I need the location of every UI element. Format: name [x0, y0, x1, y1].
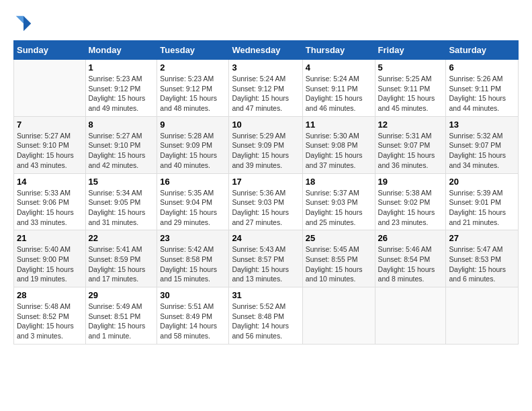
- day-number: 21: [17, 233, 83, 243]
- day-info: Sunrise: 5:46 AM Sunset: 8:54 PM Dayligh…: [378, 244, 443, 284]
- calendar-cell: 26Sunrise: 5:46 AM Sunset: 8:54 PM Dayli…: [375, 230, 446, 287]
- calendar-cell: 10Sunrise: 5:29 AM Sunset: 9:09 PM Dayli…: [229, 116, 302, 173]
- day-number: 19: [378, 177, 443, 187]
- day-number: 20: [449, 177, 515, 187]
- day-info: Sunrise: 5:52 AM Sunset: 8:48 PM Dayligh…: [232, 302, 299, 341]
- svg-marker-0: [24, 16, 31, 32]
- day-info: Sunrise: 5:27 AM Sunset: 9:10 PM Dayligh…: [17, 131, 83, 171]
- calendar-cell: 27Sunrise: 5:47 AM Sunset: 8:53 PM Dayli…: [446, 230, 519, 287]
- page-header: [13, 13, 519, 34]
- day-info: Sunrise: 5:38 AM Sunset: 9:02 PM Dayligh…: [378, 188, 443, 228]
- calendar-cell: [446, 287, 519, 345]
- calendar-cell: 9Sunrise: 5:28 AM Sunset: 9:09 PM Daylig…: [157, 116, 229, 173]
- column-header-monday: Monday: [85, 41, 157, 60]
- header-row: SundayMondayTuesdayWednesdayThursdayFrid…: [14, 41, 519, 60]
- day-info: Sunrise: 5:28 AM Sunset: 9:09 PM Dayligh…: [160, 131, 226, 171]
- calendar-cell: 25Sunrise: 5:45 AM Sunset: 8:55 PM Dayli…: [302, 230, 375, 287]
- calendar-cell: 13Sunrise: 5:32 AM Sunset: 9:07 PM Dayli…: [446, 116, 519, 173]
- day-info: Sunrise: 5:35 AM Sunset: 9:04 PM Dayligh…: [160, 188, 226, 228]
- day-number: 6: [449, 62, 515, 73]
- day-number: 11: [306, 120, 372, 130]
- day-info: Sunrise: 5:49 AM Sunset: 8:51 PM Dayligh…: [89, 302, 154, 341]
- calendar-cell: 20Sunrise: 5:39 AM Sunset: 9:01 PM Dayli…: [446, 173, 519, 230]
- calendar-cell: [375, 287, 446, 345]
- calendar-cell: 24Sunrise: 5:43 AM Sunset: 8:57 PM Dayli…: [229, 230, 302, 287]
- calendar-cell: 3Sunrise: 5:24 AM Sunset: 9:12 PM Daylig…: [229, 60, 302, 117]
- calendar-cell: 18Sunrise: 5:37 AM Sunset: 9:03 PM Dayli…: [302, 173, 375, 230]
- day-info: Sunrise: 5:29 AM Sunset: 9:09 PM Dayligh…: [232, 131, 299, 171]
- calendar-cell: 5Sunrise: 5:25 AM Sunset: 9:11 PM Daylig…: [375, 60, 446, 117]
- day-info: Sunrise: 5:40 AM Sunset: 9:00 PM Dayligh…: [17, 244, 83, 284]
- day-info: Sunrise: 5:36 AM Sunset: 9:03 PM Dayligh…: [232, 188, 299, 228]
- logo-icon: [13, 13, 34, 34]
- day-number: 8: [89, 120, 154, 130]
- calendar-cell: 22Sunrise: 5:41 AM Sunset: 8:59 PM Dayli…: [85, 230, 157, 287]
- day-number: 26: [378, 233, 443, 243]
- calendar-cell: 17Sunrise: 5:36 AM Sunset: 9:03 PM Dayli…: [229, 173, 302, 230]
- day-info: Sunrise: 5:27 AM Sunset: 9:10 PM Dayligh…: [89, 131, 154, 171]
- calendar-cell: 11Sunrise: 5:30 AM Sunset: 9:08 PM Dayli…: [302, 116, 375, 173]
- day-info: Sunrise: 5:47 AM Sunset: 8:53 PM Dayligh…: [449, 244, 515, 284]
- day-info: Sunrise: 5:42 AM Sunset: 8:58 PM Dayligh…: [160, 244, 226, 284]
- day-info: Sunrise: 5:24 AM Sunset: 9:11 PM Dayligh…: [306, 74, 372, 113]
- calendar-cell: 4Sunrise: 5:24 AM Sunset: 9:11 PM Daylig…: [302, 60, 375, 117]
- day-number: 5: [378, 62, 443, 73]
- calendar-cell: [302, 287, 375, 345]
- day-number: 12: [378, 120, 443, 130]
- day-info: Sunrise: 5:51 AM Sunset: 8:49 PM Dayligh…: [160, 302, 226, 341]
- day-info: Sunrise: 5:48 AM Sunset: 8:52 PM Dayligh…: [17, 302, 83, 341]
- day-number: 30: [160, 290, 226, 300]
- week-row-5: 28Sunrise: 5:48 AM Sunset: 8:52 PM Dayli…: [14, 287, 519, 345]
- day-info: Sunrise: 5:43 AM Sunset: 8:57 PM Dayligh…: [232, 244, 299, 284]
- calendar-cell: 23Sunrise: 5:42 AM Sunset: 8:58 PM Dayli…: [157, 230, 229, 287]
- column-header-wednesday: Wednesday: [229, 41, 302, 60]
- day-number: 18: [306, 177, 372, 187]
- column-header-thursday: Thursday: [302, 41, 375, 60]
- week-row-3: 14Sunrise: 5:33 AM Sunset: 9:06 PM Dayli…: [14, 173, 519, 230]
- day-number: 1: [89, 62, 154, 73]
- calendar-cell: 30Sunrise: 5:51 AM Sunset: 8:49 PM Dayli…: [157, 287, 229, 345]
- calendar-cell: 14Sunrise: 5:33 AM Sunset: 9:06 PM Dayli…: [14, 173, 86, 230]
- day-number: 14: [17, 177, 83, 187]
- calendar-cell: 19Sunrise: 5:38 AM Sunset: 9:02 PM Dayli…: [375, 173, 446, 230]
- day-number: 16: [160, 177, 226, 187]
- week-row-4: 21Sunrise: 5:40 AM Sunset: 9:00 PM Dayli…: [14, 230, 519, 287]
- calendar-body: 1Sunrise: 5:23 AM Sunset: 9:12 PM Daylig…: [14, 60, 519, 345]
- day-number: 25: [306, 233, 372, 243]
- calendar-table: SundayMondayTuesdayWednesdayThursdayFrid…: [13, 40, 519, 345]
- calendar-cell: 16Sunrise: 5:35 AM Sunset: 9:04 PM Dayli…: [157, 173, 229, 230]
- calendar-cell: 29Sunrise: 5:49 AM Sunset: 8:51 PM Dayli…: [85, 287, 157, 345]
- svg-marker-1: [16, 16, 24, 24]
- day-number: 29: [89, 290, 154, 300]
- day-info: Sunrise: 5:30 AM Sunset: 9:08 PM Dayligh…: [306, 131, 372, 171]
- calendar-cell: 2Sunrise: 5:23 AM Sunset: 9:12 PM Daylig…: [157, 60, 229, 117]
- column-header-saturday: Saturday: [446, 41, 519, 60]
- calendar-cell: 8Sunrise: 5:27 AM Sunset: 9:10 PM Daylig…: [85, 116, 157, 173]
- week-row-2: 7Sunrise: 5:27 AM Sunset: 9:10 PM Daylig…: [14, 116, 519, 173]
- day-number: 31: [232, 290, 299, 300]
- day-info: Sunrise: 5:32 AM Sunset: 9:07 PM Dayligh…: [449, 131, 515, 171]
- day-number: 27: [449, 233, 515, 243]
- calendar-cell: 1Sunrise: 5:23 AM Sunset: 9:12 PM Daylig…: [85, 60, 157, 117]
- calendar-cell: 15Sunrise: 5:34 AM Sunset: 9:05 PM Dayli…: [85, 173, 157, 230]
- day-info: Sunrise: 5:23 AM Sunset: 9:12 PM Dayligh…: [89, 74, 154, 113]
- calendar-cell: 31Sunrise: 5:52 AM Sunset: 8:48 PM Dayli…: [229, 287, 302, 345]
- day-number: 13: [449, 120, 515, 130]
- day-info: Sunrise: 5:34 AM Sunset: 9:05 PM Dayligh…: [89, 188, 154, 228]
- day-number: 2: [160, 62, 226, 73]
- day-number: 23: [160, 233, 226, 243]
- day-number: 9: [160, 120, 226, 130]
- day-info: Sunrise: 5:37 AM Sunset: 9:03 PM Dayligh…: [306, 188, 372, 228]
- day-info: Sunrise: 5:33 AM Sunset: 9:06 PM Dayligh…: [17, 188, 83, 228]
- week-row-1: 1Sunrise: 5:23 AM Sunset: 9:12 PM Daylig…: [14, 60, 519, 117]
- calendar-cell: 21Sunrise: 5:40 AM Sunset: 9:00 PM Dayli…: [14, 230, 86, 287]
- column-header-tuesday: Tuesday: [157, 41, 229, 60]
- column-header-sunday: Sunday: [14, 41, 86, 60]
- calendar-cell: 28Sunrise: 5:48 AM Sunset: 8:52 PM Dayli…: [14, 287, 86, 345]
- day-info: Sunrise: 5:23 AM Sunset: 9:12 PM Dayligh…: [160, 74, 226, 113]
- column-header-friday: Friday: [375, 41, 446, 60]
- logo: [13, 13, 36, 34]
- day-number: 4: [306, 62, 372, 73]
- day-info: Sunrise: 5:39 AM Sunset: 9:01 PM Dayligh…: [449, 188, 515, 228]
- day-number: 3: [232, 62, 299, 73]
